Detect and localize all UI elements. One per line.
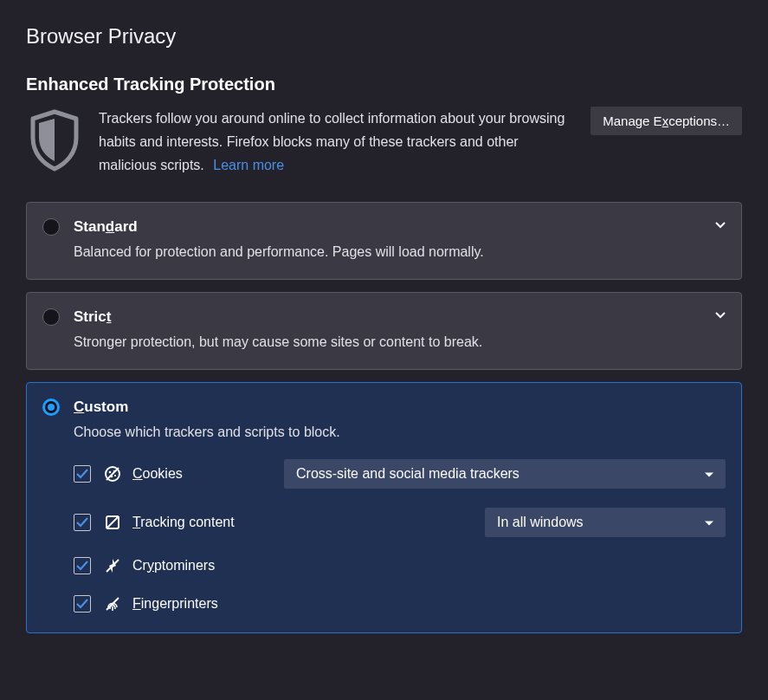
custom-desc: Choose which trackers and scripts to blo… [74, 425, 726, 440]
strict-title: Strict [74, 308, 111, 326]
svg-point-1 [109, 470, 112, 473]
strict-desc: Stronger protection, but may cause some … [74, 334, 726, 350]
etp-intro-text: Trackers follow you around online to col… [99, 107, 591, 178]
etp-intro-row: Trackers follow you around online to col… [26, 107, 742, 178]
svg-line-5 [106, 468, 119, 480]
fingerprinters-icon [103, 594, 122, 613]
cryptominers-label: Cryptominers [132, 558, 215, 574]
etp-level-standard[interactable]: Standard Balanced for protection and per… [26, 202, 742, 280]
standard-desc: Balanced for protection and performance.… [74, 244, 726, 260]
cookies-label: Cookies [132, 466, 183, 482]
tracking-content-label: Tracking content [132, 515, 235, 530]
radio-strict[interactable] [42, 308, 60, 326]
standard-title: Standard [74, 218, 138, 236]
radio-standard[interactable] [42, 218, 60, 236]
shield-icon [26, 107, 83, 175]
cookie-icon [103, 464, 122, 483]
cookies-select[interactable]: Cross-site and social media trackers [284, 459, 726, 489]
tracking-content-select[interactable]: In all windows [485, 508, 726, 537]
chevron-down-icon[interactable] [715, 217, 726, 231]
checkbox-fingerprinters[interactable] [74, 595, 91, 612]
checkbox-tracking-content[interactable] [74, 514, 91, 531]
manage-exceptions-button[interactable]: Manage Exceptions… [591, 107, 742, 135]
tracking-content-icon [103, 513, 122, 532]
option-cryptominers: Cryptominers [74, 556, 726, 575]
fingerprinters-label: Fingerprinters [132, 596, 218, 612]
checkbox-cryptominers[interactable] [74, 557, 91, 574]
etp-intro-body: Trackers follow you around online to col… [99, 111, 565, 172]
custom-title: Custom [74, 399, 128, 416]
etp-heading: Enhanced Tracking Protection [26, 75, 742, 94]
checkbox-cookies[interactable] [74, 465, 91, 483]
page-title: Browser Privacy [26, 24, 742, 49]
etp-level-strict[interactable]: Strict Stronger protection, but may caus… [26, 292, 742, 370]
cryptominers-icon [103, 556, 122, 575]
option-fingerprinters: Fingerprinters [74, 594, 726, 613]
etp-level-custom[interactable]: Custom Choose which trackers and scripts… [26, 382, 742, 633]
option-tracking-content: Tracking content In all windows [74, 508, 726, 537]
svg-point-4 [114, 474, 116, 476]
svg-line-7 [106, 516, 119, 528]
radio-custom[interactable] [42, 399, 60, 416]
learn-more-link[interactable]: Learn more [213, 158, 284, 172]
chevron-down-icon[interactable] [715, 307, 726, 321]
option-cookies: Cookies Cross-site and social media trac… [74, 459, 726, 489]
